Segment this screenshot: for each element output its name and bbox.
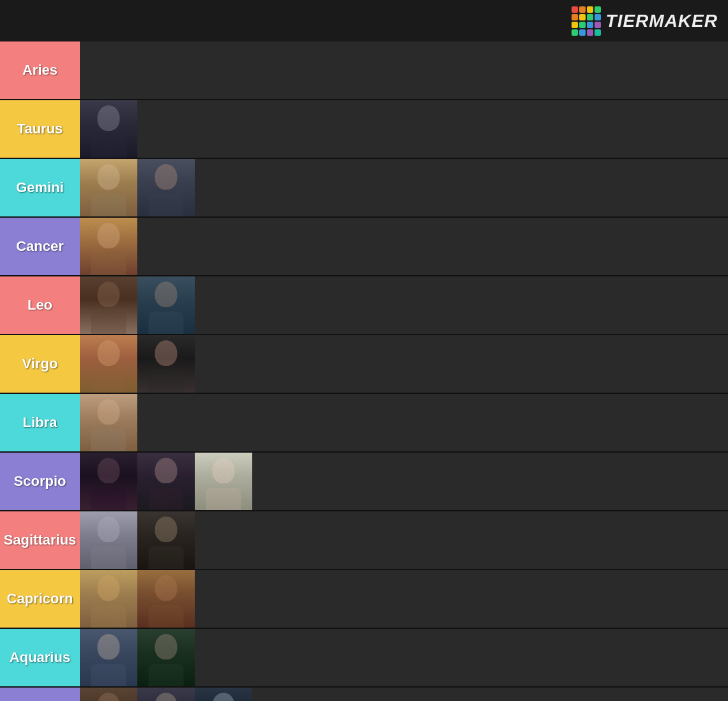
tier-content-pisces (80, 688, 728, 701)
logo-cell (572, 22, 578, 28)
tier-row-capricorn: Capricorn (0, 570, 728, 629)
character-scorpio-1 (80, 453, 137, 510)
tier-content-libra (80, 394, 728, 451)
character-pisces-2 (137, 688, 195, 701)
tier-content-capricorn (80, 570, 728, 628)
tier-label-virgo: Virgo (0, 335, 80, 393)
tier-row-virgo: Virgo (0, 335, 728, 394)
tier-label-gemini: Gemini (0, 159, 80, 216)
logo-cell (587, 22, 593, 28)
character-img-libra-1 (80, 394, 137, 451)
character-img-pisces-1 (80, 688, 137, 701)
tier-content-aries (80, 41, 728, 99)
header: TiERMAKER (0, 0, 728, 41)
tier-label-scorpio: Scorpio (0, 453, 80, 510)
logo-text: TiERMAKER (606, 11, 718, 31)
logo-cell (595, 29, 601, 36)
character-leo-1 (80, 276, 137, 334)
character-img-scorpio-1 (80, 453, 137, 510)
character-img-pisces-2 (137, 688, 195, 701)
character-capricorn-2 (137, 570, 195, 628)
character-img-scorpio-2 (137, 453, 195, 510)
character-img-aquarius-1 (80, 629, 137, 686)
tier-row-cancer: Cancer (0, 218, 728, 276)
character-pisces-3 (195, 688, 252, 701)
character-img-virgo-1 (80, 335, 137, 393)
character-scorpio-3 (195, 453, 252, 510)
logo-cell (579, 22, 586, 28)
tier-label-aries: Aries (0, 41, 80, 99)
character-libra-1 (80, 394, 137, 451)
tier-label-pisces: Pisces (0, 688, 80, 701)
tier-row-aquarius: Aquarius (0, 629, 728, 688)
character-sagittarius-2 (137, 511, 195, 569)
character-sagittarius-1 (80, 511, 137, 569)
logo-cell (595, 22, 601, 28)
character-aquarius-2 (137, 629, 195, 686)
tier-row-leo: Leo (0, 276, 728, 335)
tier-row-sagittarius: Sagittarius (0, 511, 728, 570)
character-capricorn-1 (80, 570, 137, 628)
character-img-scorpio-3 (195, 453, 252, 510)
tier-row-taurus: Taurus (0, 100, 728, 159)
character-img-capricorn-1 (80, 570, 137, 628)
logo-cell (587, 6, 593, 13)
tier-label-aquarius: Aquarius (0, 629, 80, 686)
logo-cell (572, 14, 578, 20)
character-img-gemini-2 (137, 159, 195, 216)
tier-label-capricorn: Capricorn (0, 570, 80, 628)
character-img-cancer-1 (80, 218, 137, 275)
tier-row-gemini: Gemini (0, 159, 728, 218)
logo-cell (579, 29, 586, 36)
character-cancer-1 (80, 218, 137, 275)
logo-cell (572, 6, 578, 13)
tier-content-sagittarius (80, 511, 728, 569)
character-virgo-2 (137, 335, 195, 393)
logo-cell (579, 6, 586, 13)
character-img-leo-1 (80, 276, 137, 334)
character-pisces-1 (80, 688, 137, 701)
character-leo-2 (137, 276, 195, 334)
logo-cell (587, 29, 593, 36)
logo-cell (587, 14, 593, 20)
logo-cell (595, 14, 601, 20)
logo-grid-icon (572, 6, 601, 36)
character-img-sagittarius-2 (137, 511, 195, 569)
character-aquarius-1 (80, 629, 137, 686)
logo-cell (579, 14, 586, 20)
tier-content-cancer (80, 218, 728, 275)
tier-row-aries: Aries (0, 41, 728, 100)
character-virgo-1 (80, 335, 137, 393)
tiermaker-logo: TiERMAKER (572, 6, 718, 36)
tier-label-taurus: Taurus (0, 100, 80, 158)
tier-content-scorpio (80, 453, 728, 510)
character-gemini-2 (137, 159, 195, 216)
character-taurus-1 (80, 100, 137, 158)
tier-label-leo: Leo (0, 276, 80, 334)
tier-row-scorpio: Scorpio (0, 453, 728, 511)
character-img-sagittarius-1 (80, 511, 137, 569)
tier-content-gemini (80, 159, 728, 216)
tier-row-libra: Libra (0, 394, 728, 453)
character-img-virgo-2 (137, 335, 195, 393)
character-img-capricorn-2 (137, 570, 195, 628)
character-scorpio-2 (137, 453, 195, 510)
logo-cell (595, 6, 601, 13)
tier-content-leo (80, 276, 728, 334)
tier-list: AriesTaurusGeminiCancerLeoVirgoLibraScor… (0, 41, 728, 701)
tier-row-pisces: Pisces (0, 688, 728, 701)
logo-cell (572, 29, 578, 36)
tier-content-taurus (80, 100, 728, 158)
tier-label-libra: Libra (0, 394, 80, 451)
character-gemini-1 (80, 159, 137, 216)
character-img-leo-2 (137, 276, 195, 334)
character-img-aquarius-2 (137, 629, 195, 686)
character-img-gemini-1 (80, 159, 137, 216)
tier-label-sagittarius: Sagittarius (0, 511, 80, 569)
tier-content-virgo (80, 335, 728, 393)
tier-label-cancer: Cancer (0, 218, 80, 275)
character-img-pisces-3 (195, 688, 252, 701)
tier-content-aquarius (80, 629, 728, 686)
character-img-taurus-1 (80, 100, 137, 158)
